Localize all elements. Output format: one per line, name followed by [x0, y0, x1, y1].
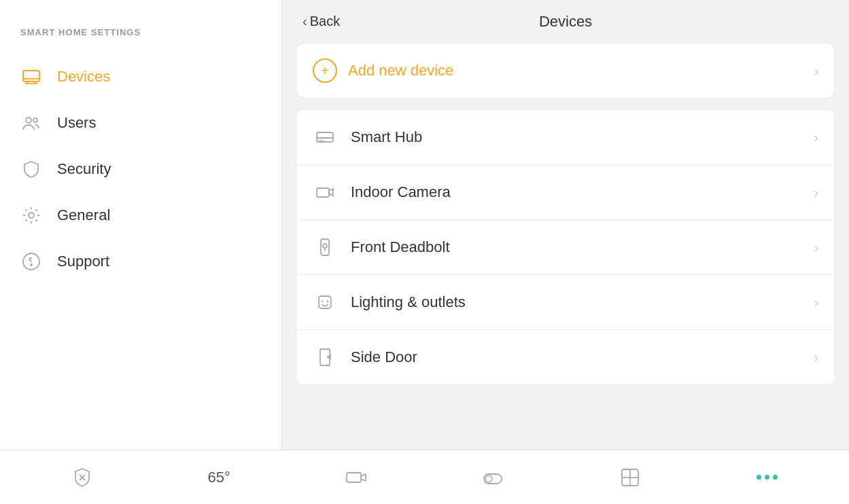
back-button[interactable]: ‹ Back: [302, 14, 340, 29]
lighting-outlets-chevron-icon: ›: [814, 295, 818, 310]
sidebar-label-users: Users: [57, 114, 96, 132]
add-device-card[interactable]: + Add new device ›: [296, 43, 835, 98]
smart-hub-chevron-icon: ›: [814, 130, 818, 145]
toolbar-temperature[interactable]: 65°: [151, 469, 288, 486]
general-icon: [20, 204, 42, 226]
svg-point-28: [485, 475, 492, 482]
app-title: SMART HOME SETTINGS: [0, 14, 281, 54]
content-title: Devices: [539, 13, 592, 30]
device-label-side-door: Side Door: [351, 348, 814, 366]
svg-point-9: [31, 264, 32, 266]
sidebar: SMART HOME SETTINGS Devices: [0, 0, 282, 450]
device-label-indoor-camera: Indoor Camera: [351, 183, 814, 201]
toolbar-lock-button[interactable]: [425, 467, 562, 488]
sidebar-item-support[interactable]: Support: [0, 238, 281, 285]
add-device-label: Add new device: [348, 62, 814, 79]
devices-list: Smart Hub › Indoor Camera ›: [296, 109, 835, 385]
add-device-chevron-icon: ›: [814, 63, 818, 79]
svg-point-6: [33, 118, 37, 122]
toolbar-security-button[interactable]: [14, 467, 151, 488]
sidebar-label-general: General: [57, 206, 110, 224]
front-deadbolt-chevron-icon: ›: [814, 240, 818, 255]
svg-rect-18: [319, 296, 331, 308]
sidebar-label-devices: Devices: [57, 68, 110, 86]
device-item-lighting-outlets[interactable]: Lighting & outlets ›: [296, 275, 835, 330]
svg-rect-27: [484, 474, 502, 484]
svg-rect-26: [347, 473, 361, 482]
side-door-chevron-icon: ›: [814, 350, 818, 365]
dot-1: [757, 475, 761, 480]
lighting-outlets-icon: [313, 290, 337, 314]
indoor-camera-icon: [313, 180, 337, 204]
sidebar-label-support: Support: [57, 253, 109, 270]
content-body: + Add new device › Smart: [282, 43, 849, 450]
device-label-front-deadbolt: Front Deadbolt: [351, 238, 814, 256]
device-item-smart-hub[interactable]: Smart Hub ›: [296, 110, 835, 165]
svg-point-5: [26, 118, 31, 123]
svg-rect-0: [23, 71, 39, 82]
side-door-icon: [313, 345, 337, 370]
sidebar-item-devices[interactable]: Devices: [0, 54, 281, 100]
security-icon: [20, 158, 42, 180]
back-label: Back: [310, 14, 340, 29]
device-item-side-door[interactable]: Side Door ›: [296, 330, 835, 384]
temperature-display: 65°: [208, 469, 230, 486]
toolbar-more-button[interactable]: [699, 475, 836, 480]
users-icon: [20, 112, 42, 134]
add-device-icon: +: [313, 58, 337, 83]
device-label-smart-hub: Smart Hub: [351, 128, 814, 146]
devices-icon: [20, 66, 42, 88]
back-chevron-icon: ‹: [302, 14, 307, 29]
svg-rect-15: [321, 239, 329, 255]
svg-rect-14: [317, 188, 329, 197]
toolbar-camera-button[interactable]: [288, 467, 425, 488]
bottom-toolbar: 65°: [0, 450, 849, 504]
more-dots: [757, 475, 778, 480]
toolbar-add-button[interactable]: [561, 467, 699, 488]
svg-point-7: [29, 213, 34, 218]
indoor-camera-chevron-icon: ›: [814, 185, 818, 200]
dot-3: [773, 475, 778, 480]
support-icon: [20, 251, 42, 272]
content-panel: ‹ Back Devices + Add new device ›: [282, 0, 849, 450]
front-deadbolt-icon: [313, 235, 337, 259]
sidebar-item-users[interactable]: Users: [0, 100, 281, 146]
content-header: ‹ Back Devices: [282, 0, 849, 43]
device-label-lighting-outlets: Lighting & outlets: [351, 293, 814, 311]
sidebar-label-security: Security: [57, 160, 111, 178]
dot-2: [765, 475, 769, 480]
svg-rect-10: [317, 132, 333, 142]
device-item-front-deadbolt[interactable]: Front Deadbolt ›: [296, 220, 835, 275]
svg-point-16: [323, 244, 327, 248]
device-item-indoor-camera[interactable]: Indoor Camera ›: [296, 165, 835, 220]
main-container: SMART HOME SETTINGS Devices: [0, 0, 849, 450]
sidebar-item-general[interactable]: General: [0, 192, 281, 238]
smart-hub-icon: [313, 125, 337, 149]
sidebar-item-security[interactable]: Security: [0, 146, 281, 192]
